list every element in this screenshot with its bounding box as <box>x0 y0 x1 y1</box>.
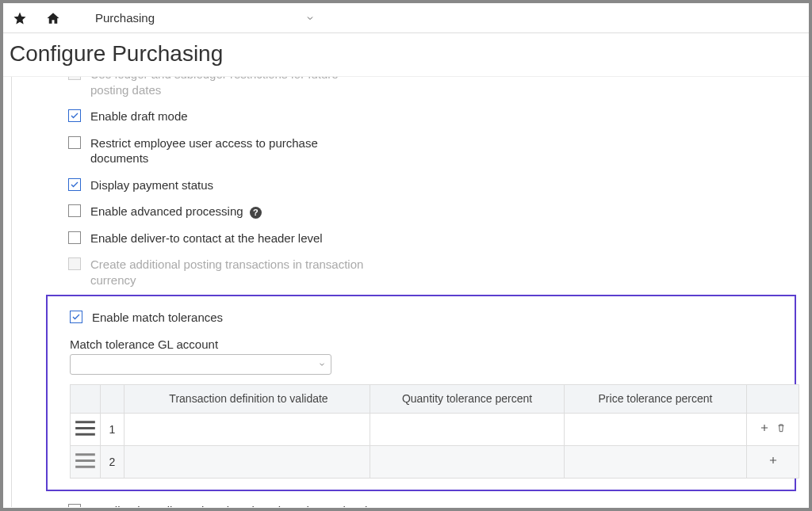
cell-transaction[interactable] <box>124 413 370 445</box>
breadcrumb-module: Purchasing <box>95 11 155 25</box>
match-tolerance-section: Enable match tolerances Match tolerance … <box>46 295 796 491</box>
col-handle <box>71 384 101 413</box>
home-icon[interactable] <box>46 11 60 25</box>
favorite-icon[interactable] <box>13 11 27 25</box>
option-label: Enable advanced processing ? <box>90 204 262 219</box>
option-label: Create additional posting transactions i… <box>90 257 376 288</box>
checkbox[interactable] <box>70 311 82 323</box>
content-area: Use ledger and subledger restrictions fo… <box>3 77 809 507</box>
checkbox <box>68 77 81 80</box>
cell-transaction[interactable] <box>124 445 370 478</box>
option-additional-posting: Create additional posting transactions i… <box>68 251 809 293</box>
delete-row-icon[interactable] <box>776 422 787 433</box>
option-label: Display payment status <box>90 177 213 193</box>
tolerance-grid: Transaction definition to validate Quant… <box>70 384 799 479</box>
option-line-item-dimensions[interactable]: Use line-item dimensions in subtotals at… <box>68 498 809 508</box>
row-number: 2 <box>101 445 124 478</box>
col-quantity-tolerance: Quantity tolerance percent <box>370 384 565 413</box>
checkbox[interactable] <box>68 109 81 122</box>
option-label: Enable match tolerances <box>92 310 223 326</box>
col-transaction-definition: Transaction definition to validate <box>124 384 370 413</box>
checkbox <box>68 257 81 270</box>
option-restrict-employee[interactable]: Restrict employee user access to purchas… <box>68 130 809 172</box>
cell-price[interactable] <box>565 413 747 445</box>
cell-quantity[interactable] <box>370 413 565 445</box>
gl-account-label: Match tolerance GL account <box>70 337 795 351</box>
option-match-tolerances[interactable]: Enable match tolerances <box>70 304 795 331</box>
option-label: Use line-item dimensions in subtotals at… <box>90 503 376 508</box>
drag-handle-icon[interactable] <box>71 413 101 445</box>
drag-handle-icon[interactable] <box>71 445 101 478</box>
top-bar: Purchasing <box>3 3 809 33</box>
checkbox[interactable] <box>68 136 81 149</box>
option-enable-draft[interactable]: Enable draft mode <box>68 103 809 130</box>
col-rownum <box>101 384 124 413</box>
option-text: Use line-item dimensions in subtotals at… <box>90 504 367 508</box>
breadcrumb[interactable]: Purchasing <box>79 11 315 25</box>
option-ledger-restrictions: Use ledger and subledger restrictions fo… <box>68 77 809 103</box>
add-row-icon[interactable] <box>768 455 779 466</box>
checkbox[interactable] <box>68 204 81 217</box>
checkbox[interactable] <box>68 178 81 191</box>
option-label: Enable deliver-to contact at the header … <box>90 231 323 246</box>
col-actions <box>747 384 799 413</box>
row-number: 1 <box>101 413 124 445</box>
checkbox[interactable] <box>68 231 81 244</box>
table-row[interactable]: 1 <box>71 413 799 445</box>
row-actions <box>747 413 799 445</box>
help-icon[interactable]: ? <box>250 207 262 219</box>
option-text: Enable advanced processing <box>90 204 243 218</box>
row-actions <box>747 445 799 478</box>
chevron-down-icon <box>305 13 315 23</box>
gl-account-select[interactable] <box>70 354 331 375</box>
col-price-tolerance: Price tolerance percent <box>565 384 747 413</box>
option-label: Enable draft mode <box>90 109 188 124</box>
checkbox[interactable] <box>68 504 81 508</box>
option-label: Restrict employee user access to purchas… <box>90 135 376 166</box>
option-label: Use ledger and subledger restrictions fo… <box>90 77 376 97</box>
option-payment-status[interactable]: Display payment status <box>68 172 809 199</box>
option-deliver-to[interactable]: Enable deliver-to contact at the header … <box>68 225 809 252</box>
add-row-icon[interactable] <box>759 422 770 433</box>
cell-price[interactable] <box>565 445 747 478</box>
table-row[interactable]: 2 <box>71 445 799 478</box>
chevron-down-icon <box>318 360 326 368</box>
option-advanced-processing[interactable]: Enable advanced processing ? <box>68 198 809 225</box>
page-title: Configure Purchasing <box>3 33 809 77</box>
cell-quantity[interactable] <box>370 445 565 478</box>
